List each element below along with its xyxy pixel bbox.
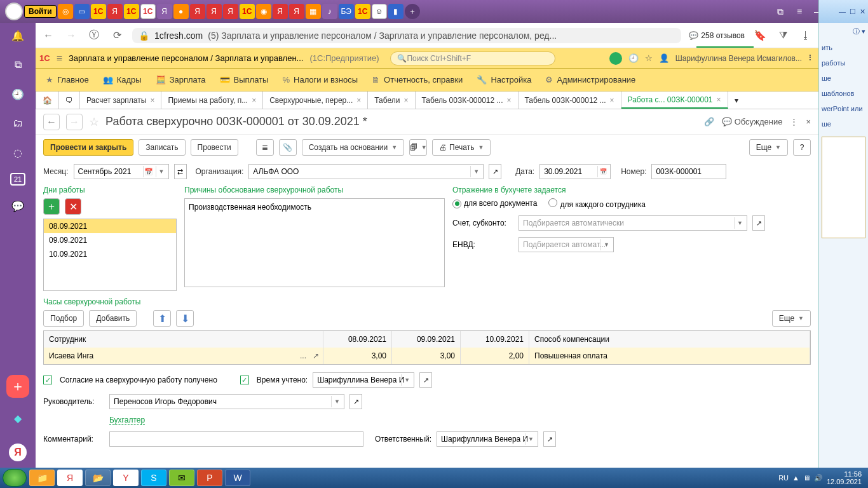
add-row-button[interactable]: Добавить bbox=[89, 310, 137, 327]
tab-icon[interactable]: Я bbox=[289, 4, 304, 19]
section-kadry[interactable]: 👥Кадры bbox=[103, 75, 142, 85]
copy-button[interactable]: 🗐▼ bbox=[409, 139, 427, 156]
cell-d1[interactable]: 3,00 bbox=[323, 348, 392, 364]
comment-input[interactable] bbox=[109, 431, 363, 447]
profile-avatar[interactable] bbox=[5, 3, 23, 20]
doc-tab[interactable]: Табель 00ЗК-000012 ...× bbox=[519, 92, 621, 109]
hours-more-button[interactable]: Еще▼ bbox=[772, 310, 811, 327]
tab-icon[interactable]: ☺ bbox=[372, 4, 387, 19]
org-input[interactable]: АЛЬФА ООО▼ bbox=[248, 164, 484, 179]
win-close-icon[interactable]: ✕ bbox=[860, 8, 865, 16]
close-doc-button[interactable]: × bbox=[806, 117, 811, 126]
doc-tab[interactable]: Сверхурочные, перер...× bbox=[263, 92, 368, 109]
star-icon[interactable]: ☆ bbox=[645, 53, 653, 63]
doc-tab[interactable]: Табели× bbox=[368, 92, 415, 109]
tab-icon[interactable]: БЭ bbox=[339, 4, 354, 19]
close-icon[interactable]: × bbox=[252, 96, 256, 105]
tab-icon[interactable]: Я bbox=[107, 4, 123, 19]
accountant-link[interactable]: Бухгалтер bbox=[109, 416, 145, 425]
tab-icon[interactable]: 1C bbox=[240, 4, 255, 19]
more-icon[interactable]: ⋮ bbox=[790, 117, 798, 126]
tab-icon[interactable]: ▮ bbox=[388, 4, 403, 19]
ribbon-help-icon[interactable]: ⓘ ▾ bbox=[819, 23, 868, 40]
login-button[interactable]: Войти bbox=[24, 5, 57, 18]
chevron-down-icon[interactable]: ▼ bbox=[600, 239, 612, 250]
envd-input[interactable]: Подбирается автомат...▼ bbox=[519, 237, 614, 252]
col-d3[interactable]: 10.09.2021 bbox=[461, 331, 529, 348]
yandex-ball-icon[interactable]: Я bbox=[9, 444, 27, 461]
chevron-down-icon[interactable]: ▼ bbox=[734, 217, 745, 229]
collections-icon[interactable]: 🗂 bbox=[9, 114, 27, 132]
system-tray[interactable]: RU ▲ 🖥 🔊 11:56 12.09.2021 bbox=[778, 470, 865, 485]
close-icon[interactable]: × bbox=[507, 96, 512, 105]
taskbar-app[interactable]: S bbox=[141, 470, 166, 486]
cell-d3[interactable]: 2,00 bbox=[461, 348, 529, 364]
help-button[interactable]: ? bbox=[793, 139, 811, 156]
col-employee[interactable]: Сотрудник bbox=[44, 331, 323, 348]
col-d2[interactable]: 09.09.2021 bbox=[392, 331, 461, 348]
nav-back-button[interactable]: ← bbox=[43, 114, 60, 130]
calendar-widget[interactable]: 21 bbox=[10, 173, 25, 186]
tab-icon[interactable]: ▭ bbox=[74, 4, 90, 19]
forward-button[interactable]: → bbox=[64, 28, 79, 43]
win-minimize-icon[interactable]: — bbox=[839, 8, 846, 15]
add-panel-button[interactable]: ＋ bbox=[6, 375, 29, 398]
section-settings[interactable]: 🔧Настройка bbox=[477, 75, 531, 85]
clock-icon[interactable]: 🕘 bbox=[628, 53, 639, 63]
home-tab[interactable]: 🏠 bbox=[36, 92, 59, 109]
doc-tab[interactable]: Табель 00ЗК-000012 ...× bbox=[416, 92, 519, 109]
back-button[interactable]: ← bbox=[41, 28, 56, 43]
reason-textarea[interactable]: Производственная необходимость bbox=[184, 198, 445, 287]
tray-network-icon[interactable]: 🖥 bbox=[803, 474, 810, 482]
section-zarplata[interactable]: 🧮Зарплата bbox=[156, 75, 206, 85]
bookmarks-icon[interactable]: ⧉ bbox=[9, 56, 27, 74]
more-button[interactable]: Еще▼ bbox=[749, 139, 788, 156]
ellipsis-icon[interactable]: ... bbox=[300, 351, 306, 360]
start-button[interactable] bbox=[3, 469, 27, 487]
yandex-logo-icon[interactable]: Ⓨ bbox=[86, 28, 102, 43]
head-open-button[interactable]: ↗ bbox=[349, 394, 362, 409]
tab-icon[interactable]: 1C bbox=[124, 4, 139, 19]
open-icon[interactable]: ↗ bbox=[313, 351, 319, 360]
tab-icon[interactable]: 1C bbox=[91, 4, 106, 19]
resp-open-button[interactable]: ↗ bbox=[543, 431, 556, 447]
browser-menu-icon[interactable]: ≡ bbox=[790, 4, 808, 19]
tab-icon[interactable]: 1C bbox=[355, 4, 370, 19]
doc-tab-active[interactable]: Работа с... 00ЗК-000001× bbox=[621, 92, 728, 109]
chevron-down-icon[interactable]: ▼ bbox=[525, 433, 536, 445]
hamburger-icon[interactable]: ≡ bbox=[57, 53, 62, 64]
downloads-icon[interactable]: ⭳ bbox=[798, 28, 813, 43]
tab-icon[interactable]: Я bbox=[190, 4, 205, 19]
move-up-button[interactable]: ⬆ bbox=[153, 310, 171, 327]
tab-icon[interactable]: Я bbox=[157, 4, 172, 19]
section-admin[interactable]: ⚙Администрирование bbox=[545, 75, 635, 85]
table-row[interactable]: Исаева Инга...↗ 3,00 3,00 2,00 Повышенна… bbox=[44, 348, 810, 364]
cell-employee[interactable]: Исаева Инга...↗ bbox=[44, 348, 323, 364]
tab-icon[interactable]: ● bbox=[173, 4, 189, 19]
account-input[interactable]: Подбирается автоматически▼ bbox=[519, 215, 747, 231]
search-input[interactable]: 🔍 Поиск Ctrl+Shift+F bbox=[390, 51, 555, 65]
current-user[interactable]: Шарифуллина Венера Исмагилов... bbox=[675, 54, 802, 63]
reviews-badge[interactable]: 💬 258 отзывов bbox=[689, 31, 745, 40]
tab-icon[interactable]: ▦ bbox=[306, 4, 321, 19]
slide-thumbnail[interactable] bbox=[822, 137, 865, 238]
taskbar-app[interactable]: 📂 bbox=[85, 470, 111, 486]
col-d1[interactable]: 08.09.2021 bbox=[323, 331, 392, 348]
history-icon[interactable]: 🕘 bbox=[9, 85, 27, 103]
address-bar[interactable]: 🔒 1cfresh.com (5) Зарплата и управление … bbox=[132, 28, 681, 43]
new-tab-button[interactable]: ＋ bbox=[405, 4, 420, 19]
taskbar-app[interactable]: ✉ bbox=[169, 470, 194, 486]
attach-button[interactable]: 📎 bbox=[279, 139, 297, 156]
pick-button[interactable]: Подбор bbox=[43, 310, 84, 327]
bell-icon[interactable]: 🔔 bbox=[9, 27, 27, 44]
win-maximize-icon[interactable]: ☐ bbox=[850, 8, 856, 16]
reload-button[interactable]: ⟳ bbox=[109, 28, 125, 43]
link-icon[interactable]: 🔗 bbox=[704, 117, 714, 126]
browser-panels-icon[interactable]: ⧉ bbox=[771, 4, 789, 19]
date-input[interactable]: 30.09.2021📅 bbox=[539, 164, 611, 179]
kite-icon[interactable]: ◆ bbox=[9, 409, 27, 427]
tray-flag-icon[interactable]: ▲ bbox=[792, 474, 799, 482]
close-icon[interactable]: × bbox=[717, 95, 721, 104]
overflow-icon[interactable]: ⠇ bbox=[808, 53, 815, 63]
section-reports[interactable]: 🗎Отчетность, справки bbox=[372, 75, 463, 85]
